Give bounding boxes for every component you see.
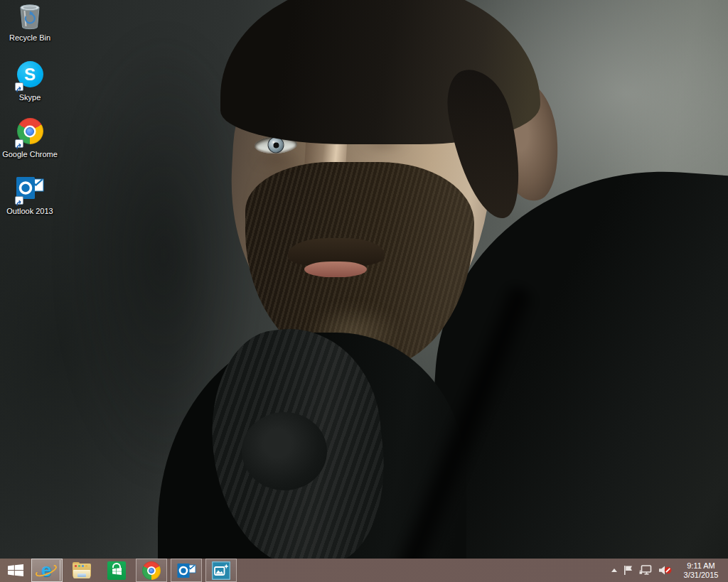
desktop-icon-google-chrome[interactable]: Google Chrome xyxy=(1,117,58,158)
desktop-icon-recycle-bin[interactable]: Recycle Bin xyxy=(1,1,58,42)
shortcut-arrow-icon xyxy=(15,196,23,205)
recycle-bin-icon xyxy=(16,1,44,31)
desktop-icon-label: Skype xyxy=(1,93,58,102)
clock-time: 9:11 AM xyxy=(681,561,721,571)
outlook-icon xyxy=(177,562,196,579)
clock-date: 3/31/2015 xyxy=(681,571,721,580)
desktop-icon-outlook-2013[interactable]: Outlook 2013 xyxy=(1,175,58,215)
taskbar-button-store[interactable] xyxy=(101,559,132,582)
network-wired-icon xyxy=(639,565,652,576)
chevron-up-icon xyxy=(611,568,617,572)
internet-explorer-icon: e xyxy=(36,561,58,581)
taskbar-button-file-explorer[interactable] xyxy=(66,559,97,582)
photos-icon xyxy=(212,561,230,580)
desktop-icon-label: Recycle Bin xyxy=(1,33,58,42)
portrait-scarf-knot xyxy=(242,412,327,490)
taskbar-button-photos[interactable] xyxy=(205,559,237,582)
windows-logo-icon xyxy=(8,564,23,576)
desktop-icon-label: Outlook 2013 xyxy=(1,207,58,215)
speaker-muted-icon xyxy=(658,565,672,576)
desktop-icon-skype[interactable]: S Skype xyxy=(1,60,58,102)
wallpaper xyxy=(0,0,728,582)
store-icon xyxy=(107,561,126,580)
file-explorer-icon xyxy=(72,562,92,579)
shortcut-arrow-icon xyxy=(15,82,23,91)
portrait-eye-shadow xyxy=(253,153,300,165)
network-button[interactable] xyxy=(639,559,652,582)
taskbar-button-internet-explorer[interactable]: e xyxy=(31,559,63,582)
chrome-icon xyxy=(142,561,161,580)
taskbar: e xyxy=(0,559,728,582)
start-button[interactable] xyxy=(0,559,31,582)
desktop-screen: Recycle Bin S Skype Google Chrome xyxy=(0,0,728,582)
show-hidden-icons-button[interactable] xyxy=(611,559,617,582)
action-center-button[interactable] xyxy=(623,559,633,582)
taskbar-clock[interactable]: 9:11 AM 3/31/2015 xyxy=(678,561,724,580)
desktop-icon-label: Google Chrome xyxy=(1,150,58,158)
taskbar-apps: e xyxy=(31,559,237,582)
taskbar-button-google-chrome[interactable] xyxy=(136,559,167,582)
taskbar-button-outlook[interactable] xyxy=(171,559,202,582)
portrait-lips xyxy=(304,262,367,277)
shortcut-arrow-icon xyxy=(15,139,23,148)
flag-icon xyxy=(623,565,633,576)
volume-button[interactable] xyxy=(658,559,672,582)
system-tray: 9:11 AM 3/31/2015 xyxy=(611,559,728,582)
